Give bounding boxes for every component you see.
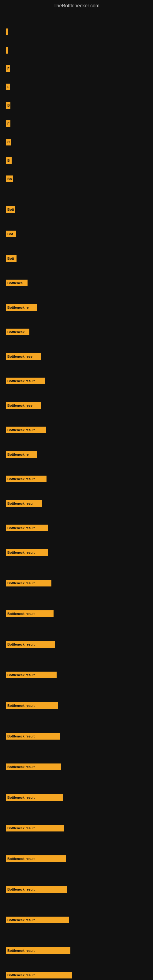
- bar-row: Bottleneck result: [6, 886, 67, 893]
- bar: Bottleneck rese: [6, 402, 41, 409]
- bar: Bottleneck result: [6, 947, 70, 954]
- bar-label: Bottleneck: [7, 330, 24, 334]
- bar-label: Bottleneck resu: [7, 502, 33, 505]
- bar-row: Bottleneck re: [6, 304, 37, 311]
- bar-row: Bottleneck resu: [6, 500, 42, 507]
- bar: Bottleneck result: [6, 671, 57, 678]
- bar-label: Bottleneck result: [7, 477, 35, 481]
- bar: Bottleneck result: [6, 855, 66, 862]
- bar-row: B: [6, 157, 12, 164]
- bar-label: Bottleneck result: [7, 704, 35, 708]
- bar: Bott: [6, 255, 16, 262]
- bar: Bottleneck result: [6, 378, 45, 384]
- bar-row: [6, 47, 8, 54]
- bar: Bottleneck: [6, 329, 29, 335]
- bar-row: Bottleneck result: [6, 855, 66, 862]
- bar-label: Bottleneck result: [7, 526, 35, 530]
- bar-row: B: [6, 102, 10, 109]
- bar-row: Bo: [6, 175, 13, 182]
- bar-row: Bottleneck result: [6, 580, 51, 587]
- bar-row: Bottleneck result: [6, 794, 63, 801]
- bar-row: Bottlenec: [6, 280, 27, 286]
- bar: Bottleneck rese: [6, 353, 41, 360]
- bar-label: Bottleneck result: [7, 428, 35, 432]
- bar: Bottleneck result: [6, 641, 55, 648]
- bar-label: Bottleneck result: [7, 888, 35, 891]
- bar-row: Bottleneck result: [6, 426, 46, 433]
- bar-row: Bottleneck result: [6, 476, 46, 482]
- bar-row: Bottleneck result: [6, 525, 48, 531]
- bar-label: Bottleneck result: [7, 765, 35, 769]
- bar: Bottleneck result: [6, 794, 63, 801]
- bar-label: Bottleneck result: [7, 795, 35, 799]
- chart-container: FFBFCBBoBottBotBottBottlenecBottleneck r…: [0, 10, 153, 978]
- bar: Bottleneck result: [6, 972, 72, 978]
- bar: Bottleneck result: [6, 825, 64, 832]
- bar: Bottleneck resu: [6, 500, 42, 507]
- bar: Bottleneck result: [6, 916, 69, 923]
- bar-row: F: [6, 65, 10, 72]
- bar-row: Bottleneck result: [6, 764, 61, 770]
- bar: Bottlenec: [6, 280, 27, 286]
- bar-row: Bottleneck rese: [6, 402, 41, 409]
- bar-label: Bottleneck result: [7, 918, 35, 922]
- bar-row: Bottleneck result: [6, 825, 64, 832]
- bar-label: Bott: [7, 257, 14, 260]
- bar: Bot: [6, 231, 16, 237]
- bar-label: Bottleneck result: [7, 673, 35, 677]
- bar-label: Bottleneck result: [7, 734, 35, 738]
- bar-label: B: [7, 103, 10, 107]
- bar-label: F: [7, 122, 10, 126]
- bar-row: [6, 29, 8, 35]
- bar: Bott: [6, 206, 15, 213]
- bar-row: C: [6, 139, 11, 145]
- bar: F: [6, 84, 10, 90]
- bar-row: Bottleneck result: [6, 733, 60, 740]
- bar: Bottleneck result: [6, 733, 60, 740]
- bar-label: F: [7, 85, 10, 89]
- bar: Bottleneck result: [6, 610, 54, 617]
- bar: F: [6, 120, 10, 127]
- bar-row: F: [6, 120, 10, 127]
- bar-label: B: [7, 159, 10, 162]
- bar-label: Bottleneck result: [7, 581, 35, 585]
- bar-label: Bottleneck result: [7, 612, 35, 616]
- bar: Bottleneck result: [6, 476, 46, 482]
- bar-label: Bottleneck re: [7, 453, 29, 456]
- page-title: TheBottlenecker.com: [0, 0, 153, 10]
- bar: Bottleneck result: [6, 886, 67, 893]
- bar-label: Bottleneck result: [7, 379, 35, 383]
- bar-row: Bottleneck result: [6, 671, 57, 678]
- bar: Bottleneck re: [6, 304, 37, 311]
- bar-row: Bottleneck: [6, 329, 29, 335]
- bar-row: Bottleneck rese: [6, 353, 41, 360]
- bar-row: Bottleneck result: [6, 610, 54, 617]
- bar: [6, 29, 8, 35]
- bar-label: Bottlenec: [7, 281, 22, 285]
- bar: Bottleneck result: [6, 764, 61, 770]
- bar: Bottleneck re: [6, 451, 37, 458]
- bar-label: C: [7, 140, 10, 144]
- bar-label: Bottleneck result: [7, 973, 35, 977]
- bar-row: Bottleneck result: [6, 972, 72, 978]
- bar-label: Bo: [7, 177, 12, 181]
- bar-label: Bottleneck result: [7, 550, 35, 554]
- bar-row: Bottleneck result: [6, 702, 58, 709]
- bar-row: F: [6, 84, 10, 90]
- bar: Bottleneck result: [6, 549, 48, 556]
- bar-label: Bot: [7, 232, 13, 236]
- bar: Bottleneck result: [6, 426, 46, 433]
- bar: [6, 47, 8, 54]
- bar-row: Bottleneck result: [6, 641, 55, 648]
- bar-row: Bott: [6, 206, 15, 213]
- bar: B: [6, 157, 12, 164]
- bar-label: Bottleneck result: [7, 643, 35, 646]
- bar-row: Bottleneck result: [6, 549, 48, 556]
- bar-label: Bottleneck rese: [7, 404, 32, 407]
- bar: Bottleneck result: [6, 702, 58, 709]
- bar: Bottleneck result: [6, 580, 51, 587]
- bar: Bottleneck result: [6, 525, 48, 531]
- bar-row: Bottleneck result: [6, 916, 69, 923]
- bar-label: Bottleneck re: [7, 305, 29, 309]
- bar: B: [6, 102, 10, 109]
